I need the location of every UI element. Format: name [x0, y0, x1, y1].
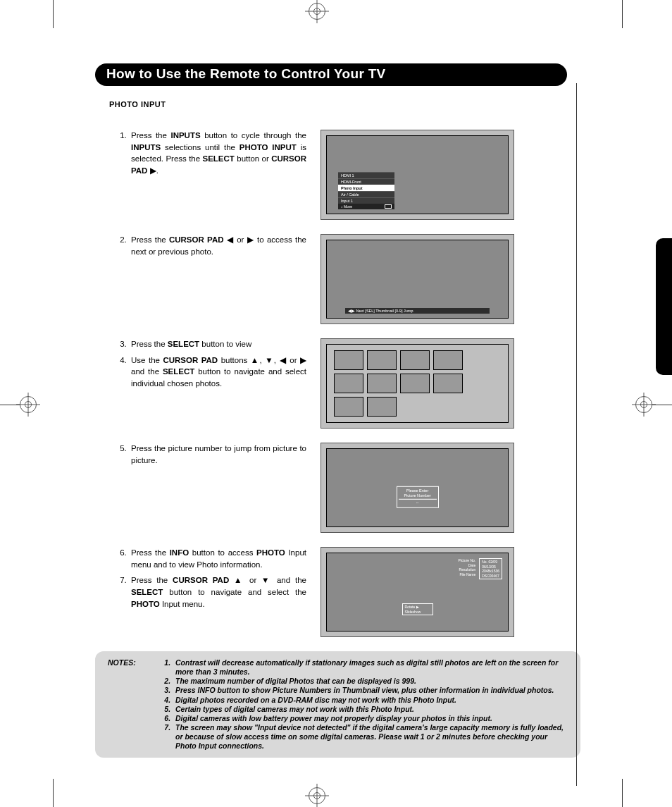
text: Input menu.: [160, 600, 205, 608]
thumbnail: [367, 350, 397, 370]
text-bold: PHOTO INPUT: [239, 143, 297, 152]
text: selections until the: [161, 143, 239, 152]
picture-number-dialog: Please Enter Picture Number --: [397, 486, 439, 507]
step-7: Press the CURSOR PAD ▲ or ▼ and the SELE…: [129, 574, 306, 610]
text-bold: PHOTO: [131, 600, 160, 608]
thumbnail-grid: [334, 350, 482, 417]
note-item: The maximum number of digital Photos tha…: [173, 677, 568, 686]
text-bold: CURSOR PAD: [163, 356, 218, 364]
tv-screen-input-menu: HDMI 1 HDMI-Front Photo Input Air / Cabl…: [321, 130, 514, 220]
note-item: The screen may show "Input device not de…: [173, 723, 568, 751]
text: button to access: [189, 548, 256, 557]
text-bold: INPUTS: [131, 143, 161, 152]
text-bold: SELECT: [163, 367, 194, 376]
section-heading: PHOTO INPUT: [109, 100, 623, 109]
thumbnail: [400, 374, 430, 393]
text: button to cycle through the: [201, 131, 306, 140]
step-4: Use the CURSOR PAD buttons ▲, ▼, ◀ or ▶ …: [129, 355, 306, 390]
note-item: Certain types of digital cameras may not…: [173, 705, 568, 714]
text: .: [156, 166, 158, 175]
note-item: Digital cameras with low battery power m…: [173, 714, 568, 723]
text-bold: SELECT: [168, 340, 199, 348]
note-item: Press INFO button to show Picture Number…: [173, 686, 568, 695]
step-2: Press the CURSOR PAD ◀ or ▶ to access th…: [129, 234, 306, 257]
info-label: Resolution: [459, 567, 476, 572]
info-label: File Name: [459, 572, 476, 577]
info-value: DSC00467: [482, 574, 499, 579]
input-menu: HDMI 1 HDMI-Front Photo Input Air / Cabl…: [338, 172, 394, 209]
dialog-value: --: [399, 499, 437, 505]
text: Press the: [131, 576, 173, 584]
info-label: Picture No.: [459, 558, 476, 563]
text-bold: SELECT: [203, 154, 235, 163]
note-item: Contrast will decrease automatically if …: [173, 658, 568, 677]
photo-info-block: Picture No. Date Resolution File Name No…: [459, 558, 502, 579]
step-5: Press the picture number to jump from pi…: [129, 443, 306, 466]
text: Press the: [131, 131, 170, 140]
page-title: How to Use the Remote to Control Your TV: [95, 63, 567, 86]
notes-box: NOTES: Contrast will decrease automatica…: [95, 651, 580, 758]
menu-hint: ↕ Move: [341, 204, 352, 209]
tv-screen-info: Picture No. Date Resolution File Name No…: [321, 547, 514, 637]
thumbnail: [334, 397, 363, 417]
text: button to view: [199, 340, 251, 348]
vertical-rule: [576, 83, 577, 786]
menu-footer: ↕ Move: [338, 204, 394, 209]
photo-menu: Rotate ▶ Slideshow: [402, 603, 433, 615]
thumbnail: [367, 397, 397, 417]
tv-screen-picture-number: Please Enter Picture Number --: [321, 443, 514, 533]
note-item: Digital photos recorded on a DVD-RAM dis…: [173, 696, 568, 705]
thumbnail: [334, 350, 363, 370]
text: ▲ or ▼ and the: [229, 576, 306, 584]
box-icon: [385, 204, 392, 209]
registration-mark-icon: [20, 396, 37, 413]
thumbnail: [433, 374, 463, 393]
menu-item: HDMI 1: [338, 172, 394, 178]
menu-item: HDMI-Front: [338, 178, 394, 185]
crop-mark: [0, 405, 20, 405]
menu-item: Input 1: [338, 197, 394, 204]
dialog-text: Please Enter: [399, 488, 437, 493]
edge-tab: [656, 238, 672, 375]
text: button to navigate and select the: [163, 588, 306, 596]
step-1: Press the INPUTS button to cycle through…: [129, 130, 306, 177]
menu-option: Slideshow: [405, 610, 430, 615]
triangle-right-icon: ▶: [150, 165, 156, 177]
thumbnail: [400, 350, 430, 370]
crop-mark: [652, 405, 672, 405]
step-3: Press the SELECT button to view: [129, 338, 306, 350]
info-value: 2048x1536: [482, 569, 499, 574]
tv-screen-photo-view: ◀▶ Next [SEL] Thumbnail [0-9] Jump: [321, 234, 514, 324]
menu-item-selected: Photo Input: [338, 185, 394, 191]
thumbnail: [433, 350, 463, 370]
text: Press the: [131, 548, 170, 557]
text-bold: INPUTS: [170, 131, 200, 140]
nav-hint-bar: ◀▶ Next [SEL] Thumbnail [0-9] Jump: [345, 308, 490, 314]
info-value: No. 02/09: [482, 560, 499, 565]
menu-item: Air / Cable: [338, 191, 394, 197]
thumbnail: [367, 374, 397, 393]
step-6: Press the INFO button to access PHOTO In…: [129, 547, 306, 570]
notes-label: NOTES:: [108, 658, 158, 751]
text: Press the: [131, 340, 168, 348]
text-bold: PHOTO: [256, 548, 285, 557]
thumbnail: [334, 374, 363, 393]
dialog-text: Picture Number: [399, 493, 437, 498]
text-bold: INFO: [170, 548, 189, 557]
text-bold: CURSOR PAD: [169, 235, 224, 244]
text: Use the: [131, 356, 163, 364]
text-bold: SELECT: [131, 588, 163, 596]
text-bold: CURSOR PAD: [173, 576, 229, 584]
nav-hint-text: ◀▶ Next [SEL] Thumbnail [0-9] Jump: [348, 309, 413, 313]
text: Press the: [131, 235, 169, 244]
text: button or: [235, 154, 271, 163]
registration-mark-icon: [635, 396, 652, 413]
tv-screen-thumbnails: [321, 338, 514, 429]
